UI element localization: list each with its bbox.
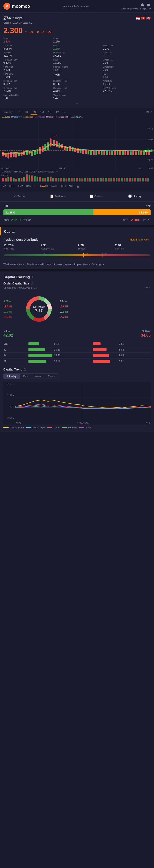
svg-rect-112 [76,178,78,182]
ma-5: MA:2.300 [2,116,10,118]
pos-cost-title: Position Cost Distribution [3,238,40,241]
svg-rect-72 [127,151,129,155]
svg-text:Jun: Jun [139,167,142,170]
grid-shares-floating: Shares Floating 16.51B [53,66,101,71]
pct-14-20: 14.20% [60,315,74,318]
oc-update: Update time：07/06/2021 17:14 Unit:M [3,286,151,289]
ma-250: MA250:2.84... [71,116,83,118]
ind-ema[interactable]: EMA [17,184,24,189]
ind-kc[interactable]: KC [33,184,38,189]
ind-mavol[interactable]: MAVOL [39,184,49,189]
y-label-bottom: -10.30M [3,417,14,419]
legend-line-medium [62,427,67,428]
ct-title: Capital Tracking [3,275,30,279]
tab-5d[interactable]: 5D [15,110,22,114]
positions-icon: 📋 [50,194,53,198]
svg-rect-120 [97,178,99,182]
tab-1w[interactable]: 1W [30,110,38,115]
ma-120: MA120:2.654 [58,116,70,118]
stock-price: 2.300 [3,26,23,35]
svg-rect-64 [106,151,108,155]
tab-intraday[interactable]: Intraday [2,110,14,114]
svg-text:2.077: 2.077 [147,159,153,161]
trend-info-icon[interactable]: ⓘ [24,368,26,371]
inflow-bar-cell [28,352,53,358]
y-label-2: 11.89M [3,394,14,396]
trend-tab-month[interactable]: Month [44,374,59,379]
grid-turnover-ratio: Turnover Ratio 0.47% [3,59,51,64]
svg-rect-117 [89,178,91,182]
grid-bid-ask-ratio: Bid/Ask Ratio 22.50% [103,87,151,93]
svg-rect-141 [4,254,150,256]
ma-10: MA10:2.350 [11,116,22,118]
ind-more[interactable]: ⊞ [76,184,80,189]
tab-history[interactable]: 🕐 History [116,191,154,201]
capital-table-row: XL 6.14 3.52 [3,341,151,347]
tab-1m[interactable]: 1M [38,110,45,114]
outflow-item: Outflow 34.05 [141,330,151,338]
grid-market-cap: Market Cap○ 37.98B [53,52,101,57]
grid-amplitude: Amplitude 1.76% [103,80,151,86]
legend-overall: Overall Trend [3,426,24,429]
legend-line-xl [26,427,32,428]
ind-are[interactable]: ARE [68,184,74,189]
grid-dividend-ttm: Dividend(TTM) 0.106 [53,80,101,86]
pos-cost-note: Weak areas, amount of funds trapped in t… [3,261,151,266]
grid-52wk-low: 52wk Low 1.949 [3,73,51,79]
outflow-bar [93,342,101,345]
ind-boll[interactable]: BOLL [8,184,16,189]
export-icon[interactable]: ⤴ [32,275,33,279]
oc-info-icon[interactable]: ⓘ [31,282,33,285]
flag-hk: 🇭🇰 [141,16,146,20]
trend-x-labels: 09:00 12:00/13:00 17:16 [15,422,151,425]
trend-tab-week[interactable]: Week [31,374,44,379]
inflow-outflow: Inflow 42.02 Outflow 34.05 [3,330,151,338]
grid-empty1 [103,37,151,43]
inflow-bar [29,342,39,345]
trend-svg-area [15,382,151,420]
capital-wrapper: Capital Position Cost Distribution More … [0,227,154,269]
ind-ma[interactable]: MA [2,184,7,189]
price-up-arrow: ↑ [25,29,27,34]
svg-rect-126 [113,178,115,182]
capital-table-row: M 14.73 9.88 [3,352,151,358]
position-distribution-bar: 2.28 2.38 2.40 [3,252,151,258]
svg-text:2.715: 2.715 [147,128,153,130]
inflow-label: Inflow [3,330,13,333]
svg-rect-99 [42,178,43,182]
pressure-label: Pressure [115,248,151,250]
unit-label: Unit:M [144,286,151,289]
settings-icon[interactable]: ⊟ [146,111,149,114]
logo[interactable]: M moomoo [3,3,30,10]
tab-trade[interactable]: ⇄ Trade [0,191,38,201]
more-info-link[interactable]: More Information › [129,238,151,241]
tab-1y[interactable]: 1Y [54,110,61,114]
svg-rect-127 [116,178,117,182]
tab-orders[interactable]: 📄 Orders [77,191,116,201]
svg-rect-95 [31,176,33,182]
expand-icon[interactable]: ∧ [3,101,151,105]
ind-kdj[interactable]: KDJ [60,184,67,189]
ind-sar[interactable]: SAR [25,184,32,189]
pct-5-94: 5.94% [60,300,74,303]
pos-cost-grid: 11.02% Profit Ratio 2.38 Average Cost 2.… [3,244,151,250]
trend-tab-day[interactable]: Day [20,374,31,379]
svg-rect-116 [87,178,88,182]
tab-1q[interactable]: 1Q [46,110,53,114]
app-store-icons[interactable] [140,3,151,7]
trend-tab-intraday[interactable]: Intraday [4,374,20,379]
outflow-value: 34.05 [141,333,151,338]
bid-ask-section: Bid Ask 61.25% 38.75% BBO 2.290 871.2K B… [0,202,154,225]
grid-low: Low 2.270 [53,44,101,50]
logo-text: moomoo [12,4,30,9]
tab-1min[interactable]: 1m [62,111,67,114]
svg-rect-135 [137,178,139,182]
legend-large: Large [47,426,60,429]
svg-rect-65 [109,151,110,155]
tab-positions[interactable]: 📋 Positions [38,191,77,201]
inflow-bar-cell [28,347,53,352]
expand-chart-icon[interactable]: ⤢ [150,111,152,114]
trend-legend: Overall Trend Extra Large Large Medium S… [3,426,151,429]
tab-1d[interactable]: 1D [23,110,30,114]
ind-macd[interactable]: MACD [50,184,59,189]
